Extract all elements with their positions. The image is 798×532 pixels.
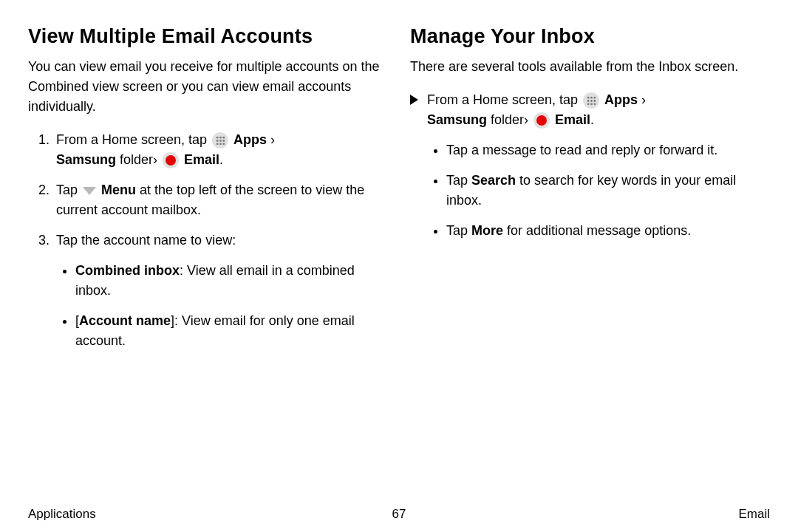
email-icon [163, 152, 179, 168]
svg-point-4 [219, 140, 222, 142]
step2-pre: Tap [56, 183, 81, 197]
footer-topic: Email [738, 507, 770, 522]
svg-point-5 [222, 140, 225, 142]
separator-r: › [638, 92, 646, 107]
manual-page: View Multiple Email Accounts You can vie… [0, 0, 798, 532]
two-column-layout: View Multiple Email Accounts You can vie… [28, 25, 770, 501]
combined-inbox-bold: Combined inbox [75, 263, 180, 278]
apps-icon [583, 92, 599, 109]
tool-search: Tap Search to search for key words in yo… [446, 171, 770, 211]
footer-section: Applications [28, 507, 96, 522]
sub-account-name: [Account name]: View email for only one … [75, 311, 388, 351]
svg-point-9 [587, 97, 589, 99]
svg-point-1 [219, 137, 222, 139]
b3-pre: Tap [446, 223, 471, 238]
left-column: View Multiple Email Accounts You can vie… [28, 25, 388, 501]
folder-word: folder› [116, 152, 161, 167]
b3-post: for additional message options. [503, 223, 691, 238]
intro-right: There are several tools available from t… [410, 57, 770, 77]
period-r: . [590, 112, 594, 127]
right-column: Manage Your Inbox There are several tool… [410, 25, 770, 501]
more-bold: More [471, 223, 503, 238]
inbox-tools-list: Tap a message to read and reply or forwa… [427, 140, 770, 241]
tool-more: Tap More for additional message options. [446, 221, 770, 241]
dropdown-icon [83, 187, 96, 195]
heading-left: View Multiple Email Accounts [28, 25, 388, 48]
search-bold: Search [471, 173, 516, 188]
step3-text: Tap the account name to view: [56, 233, 236, 248]
svg-point-16 [590, 103, 593, 105]
page-number: 67 [392, 507, 406, 522]
email-label-r: Email [555, 112, 590, 127]
svg-point-15 [587, 103, 589, 105]
ordered-steps: From a Home screen, tap Apps › Samsung f… [28, 130, 388, 351]
step3-sublist: Combined inbox: View all email in a comb… [56, 261, 388, 351]
account-name-bold: Account name [79, 313, 171, 328]
intro-left: You can view email you receive for multi… [28, 57, 388, 117]
svg-point-0 [216, 137, 218, 139]
email-label: Email [184, 152, 219, 167]
menu-label: Menu [101, 183, 136, 197]
page-footer: Applications 67 Email [28, 501, 770, 517]
apps-label: Apps [233, 132, 267, 147]
folder-word-r: folder› [487, 112, 532, 127]
svg-point-7 [219, 143, 222, 145]
step-2: Tap Menu at the top left of the screen t… [53, 180, 388, 220]
svg-point-2 [222, 137, 225, 139]
svg-point-12 [587, 100, 589, 102]
sub-combined-inbox: Combined inbox: View all email in a comb… [75, 261, 388, 301]
lead-content: From a Home screen, tap Apps › Samsung f… [427, 90, 770, 251]
svg-point-13 [590, 100, 593, 102]
svg-point-11 [593, 97, 596, 99]
email-icon [533, 112, 550, 129]
b2-pre: Tap [446, 173, 471, 188]
apps-icon [212, 132, 228, 149]
triangle-bullet-icon [410, 95, 418, 105]
separator: › [267, 132, 275, 147]
lead-pre: From a Home screen, tap [427, 92, 582, 107]
heading-right: Manage Your Inbox [410, 25, 770, 48]
svg-point-10 [590, 97, 593, 99]
apps-label-r: Apps [604, 92, 638, 107]
svg-point-8 [222, 143, 225, 145]
svg-point-6 [216, 143, 218, 145]
step1-pre-text: From a Home screen, tap [56, 132, 211, 147]
samsung-folder-label-r: Samsung [427, 112, 487, 127]
tool-read-reply: Tap a message to read and reply or forwa… [446, 140, 770, 160]
period: . [219, 152, 223, 167]
svg-point-3 [216, 140, 218, 142]
lead-step: From a Home screen, tap Apps › Samsung f… [410, 90, 770, 251]
step-3: Tap the account name to view: Combined i… [53, 231, 388, 351]
svg-point-14 [593, 100, 596, 102]
svg-point-17 [593, 103, 596, 105]
step-1: From a Home screen, tap Apps › Samsung f… [53, 130, 388, 170]
samsung-folder-label: Samsung [56, 152, 116, 167]
